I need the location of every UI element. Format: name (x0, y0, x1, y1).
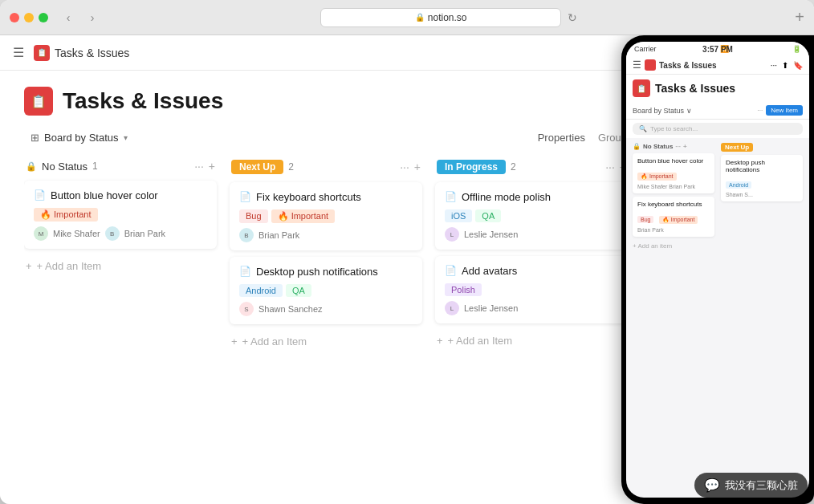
page-title: Tasks & Issues (63, 88, 223, 114)
card-desktop-push[interactable]: 📄 Desktop push notifications Android QA … (230, 257, 422, 324)
refresh-button[interactable]: ↻ (568, 11, 577, 24)
mobile-col-title-no-status: No Status (643, 143, 673, 150)
mobile-screen: Carrier 📶 3:57 PM 🔋 ☰ Tasks & Issues ···… (626, 42, 809, 498)
avatar-brian: B (105, 226, 120, 241)
card-assignees: L Leslie Jensen (445, 227, 618, 242)
add-item-next-up[interactable]: + + Add an Item (230, 331, 422, 352)
mobile-page-title: Tasks & Issues (655, 82, 735, 95)
card-title-row: 📄 Desktop push notifications (239, 265, 413, 279)
properties-button[interactable]: Properties (531, 128, 592, 147)
mobile-add-btn-1[interactable]: + Add an item (633, 240, 714, 252)
mobile-assignee: Mike Shafer Brian Park (637, 184, 710, 189)
title-bar: ‹ › 🔒 notion.so ↻ + (0, 0, 814, 35)
card-assignees: B Brian Park (239, 228, 413, 242)
wechat-icon: 💬 (704, 478, 720, 493)
add-label: + Add an Item (242, 335, 307, 348)
card-tags: Bug 🔥 Important (239, 209, 413, 223)
card-assignees: L Leslie Jensen (445, 301, 618, 315)
mobile-bookmark-icon[interactable]: 🔖 (793, 61, 803, 70)
mobile-nav-title: Tasks & Issues (659, 61, 767, 70)
doc-icon: 📄 (239, 191, 251, 202)
card-title-row: 📄 Add avatars (445, 264, 618, 278)
card-title-row: 📄 Fix keyboard shortcuts (239, 190, 413, 205)
mobile-share-icon[interactable]: ⬆ (782, 61, 788, 70)
chevron-down-icon: ▾ (124, 133, 128, 142)
column-actions-next-up[interactable]: ··· + (400, 161, 421, 173)
mobile-lock-icon: 🔒 (633, 143, 641, 150)
column-add-icon[interactable]: + (209, 160, 215, 173)
close-button[interactable] (10, 13, 19, 22)
mobile-time: 3:57 PM (702, 45, 733, 54)
mobile-search: 🔍 Type to search... (626, 120, 809, 138)
mobile-status-bar: Carrier 📶 3:57 PM 🔋 (626, 42, 809, 56)
add-label: + Add an Item (448, 335, 513, 347)
column-next-up: Next Up 2 ··· + 📄 Fix keyboard shortcuts (230, 160, 422, 482)
mobile-nav-logo (645, 59, 656, 71)
card-assignees: S Shawn Sanchez (239, 302, 413, 316)
card-title: Fix keyboard shortcuts (256, 190, 361, 205)
lock-icon: 🔒 (415, 13, 425, 22)
column-in-progress: In Progress 2 ··· + 📄 Offline mode polis… (435, 160, 628, 482)
nav-title: Tasks & Issues (55, 47, 129, 59)
mobile-view-label[interactable]: Board by Status ∨ (633, 107, 755, 115)
mobile-more-icon[interactable]: ··· (771, 61, 777, 70)
wechat-label: 我没有三颗心脏 (725, 478, 798, 493)
card-title: Button blue hover color (51, 189, 158, 203)
mobile-assignee-3: Shawn S... (726, 192, 798, 197)
mobile-nav-actions: ··· ⬆ 🔖 (771, 61, 803, 70)
avatar-shawn: S (239, 302, 254, 316)
column-more-icon[interactable]: ··· (400, 161, 409, 173)
mobile-toolbar: Board by Status ∨ ··· New Item (626, 102, 809, 120)
column-more-icon[interactable]: ··· (194, 160, 204, 173)
mobile-card-desktop-push[interactable]: Desktop push notifications Android Shawn… (721, 155, 803, 201)
tag-qa: QA (286, 284, 311, 297)
mobile-search-box[interactable]: 🔍 Type to search... (633, 123, 803, 135)
mobile-card-fix-keyboard[interactable]: Fix keyboard shortcuts Bug 🔥 Important B… (633, 197, 714, 237)
add-item-no-status[interactable]: + + Add an Item (24, 255, 217, 277)
mobile-next-up-badge: Next Up (721, 143, 753, 152)
card-add-avatars[interactable]: 📄 Add avatars Polish L Leslie Jensen (435, 256, 628, 323)
column-add-icon[interactable]: + (414, 161, 421, 173)
back-button[interactable]: ‹ (58, 10, 79, 25)
add-icon: + (231, 335, 238, 348)
card-title: Offline mode polish (462, 190, 551, 205)
new-tab-button[interactable]: + (795, 8, 804, 26)
nav-arrows: ‹ › (58, 10, 103, 25)
avatar-brian-2: B (239, 228, 254, 242)
card-offline-mode[interactable]: 📄 Offline mode polish iOS QA L Leslie Je… (435, 182, 628, 250)
card-title: Desktop push notifications (256, 265, 378, 279)
view-label: Board by Status (44, 132, 119, 144)
menu-icon[interactable]: ☰ (13, 45, 24, 60)
mobile-card-button-blue[interactable]: Button blue hover color 🔥 Important Mike… (633, 153, 714, 193)
tag-polish: Polish (445, 283, 482, 296)
view-selector[interactable]: ⊞ Board by Status ▾ (24, 128, 134, 147)
notion-app: ☰ 📋 Tasks & Issues Share Updates Favorit… (0, 35, 814, 504)
add-icon: + (437, 335, 443, 347)
column-no-status: 🔒 No Status 1 ··· + 📄 Button blue hover … (24, 160, 217, 482)
card-tags: 🔥 Important (34, 208, 207, 222)
page-icon: 📋 (24, 87, 53, 116)
column-more-icon[interactable]: ··· (605, 161, 615, 173)
assignee-leslie-2: Leslie Jensen (464, 303, 518, 313)
card-title-row: 📄 Offline mode polish (445, 190, 618, 205)
mobile-page-icon: 📋 (633, 79, 650, 97)
card-button-blue[interactable]: 📄 Button blue hover color 🔥 Important M … (24, 181, 217, 249)
column-header-next-up: Next Up 2 ··· + (230, 160, 422, 174)
avatar-mike: M (34, 226, 48, 241)
mobile-new-item-button[interactable]: New Item (766, 105, 803, 116)
mobile-menu-icon[interactable]: ☰ (633, 59, 641, 71)
add-item-in-progress[interactable]: + + Add an Item (435, 330, 628, 352)
forward-button[interactable]: › (82, 10, 103, 25)
url-bar[interactable]: 🔒 notion.so (320, 8, 561, 27)
column-actions-no-status[interactable]: ··· + (194, 160, 215, 173)
mobile-col-header-no-status: 🔒 No Status ··· + (633, 143, 714, 150)
minimize-button[interactable] (24, 13, 34, 22)
assignee-mike: Mike Shafer (53, 229, 100, 238)
tag-android: Android (239, 284, 283, 297)
card-fix-keyboard[interactable]: 📄 Fix keyboard shortcuts Bug 🔥 Important… (230, 182, 422, 250)
maximize-button[interactable] (39, 13, 48, 22)
wechat-badge: 💬 我没有三颗心脏 (694, 473, 808, 498)
column-title-no-status: No Status (42, 161, 88, 173)
mobile-toolbar-more-icon[interactable]: ··· (758, 107, 763, 114)
add-icon: + (26, 260, 32, 272)
